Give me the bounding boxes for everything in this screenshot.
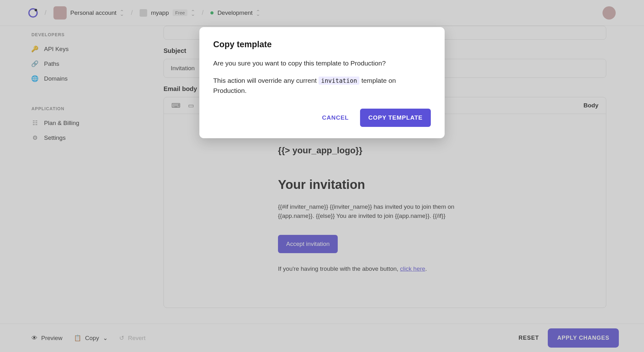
modal-title: Copy template	[213, 40, 431, 49]
copy-template-modal: Copy template Are you sure you want to c…	[199, 27, 445, 138]
warn-pre: This action will override any current	[213, 77, 319, 84]
modal-warning-text: This action will override any current in…	[213, 76, 431, 96]
modal-confirm-text: Are you sure you want to copy this templ…	[213, 58, 431, 69]
template-name-chip: invitation	[319, 77, 359, 85]
copy-template-confirm-button[interactable]: COPY TEMPLATE	[360, 109, 431, 127]
cancel-button[interactable]: CANCEL	[314, 109, 356, 127]
modal-overlay[interactable]: Copy template Are you sure you want to c…	[0, 0, 644, 352]
